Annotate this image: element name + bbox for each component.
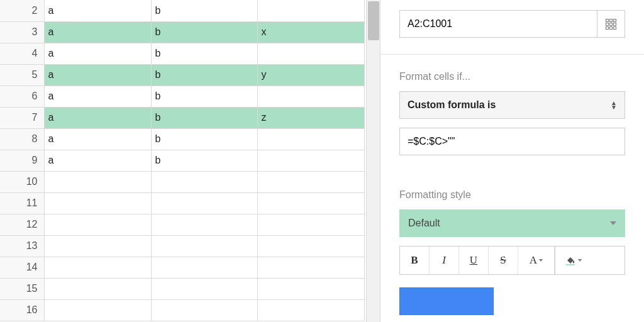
cell[interactable]: b [151,43,257,64]
cell[interactable] [44,278,151,299]
cell[interactable]: b [151,21,257,43]
condition-selected-label: Custom formula is [408,99,496,111]
row-header[interactable]: 14 [0,257,44,278]
cell[interactable]: y [257,64,364,86]
table-row: 14 [0,257,364,278]
cell[interactable]: x [257,21,364,43]
cell[interactable]: a [44,86,151,107]
cell[interactable]: b [151,64,257,86]
row-header[interactable]: 3 [0,21,44,43]
italic-icon: I [442,254,446,267]
row-header[interactable]: 6 [0,86,44,107]
text-color-button[interactable]: A [518,247,555,274]
cell[interactable] [151,214,257,235]
cell[interactable] [44,214,151,235]
row-header[interactable]: 8 [0,128,44,150]
cell[interactable] [151,278,257,299]
cell[interactable]: a [44,0,151,21]
scrollbar-thumb[interactable] [368,1,379,40]
caret-down-icon [578,259,582,262]
row-header[interactable]: 5 [0,64,44,86]
table-row: 4ab [0,43,364,64]
cell[interactable] [44,299,151,321]
row-header[interactable]: 12 [0,214,44,235]
fill-color-button[interactable] [555,247,591,274]
style-preset-select[interactable]: Default [399,209,625,237]
cell[interactable] [151,299,257,321]
cell[interactable]: b [151,0,257,21]
cell[interactable] [151,257,257,278]
select-range-button[interactable] [597,10,625,38]
cell[interactable]: a [44,107,151,128]
cell[interactable] [257,150,364,171]
strikethrough-button[interactable]: S [489,247,518,274]
format-cells-if-label: Format cells if... [399,71,625,82]
conditional-format-panel: Format cells if... Custom formula is ▲▼ … [380,0,644,322]
cell[interactable] [257,192,364,214]
row-header[interactable]: 16 [0,299,44,321]
cell[interactable] [257,86,364,107]
cell[interactable] [257,299,364,321]
cell[interactable] [44,257,151,278]
bold-button[interactable]: B [400,247,430,274]
format-toolbar: B I U S A [399,246,625,275]
cell[interactable] [257,278,364,299]
grid-icon [606,19,616,30]
condition-select[interactable]: Custom formula is ▲▼ [399,91,625,119]
cell[interactable] [257,235,364,257]
cell[interactable] [257,171,364,192]
vertical-scrollbar[interactable] [366,0,380,322]
table-row: 15 [0,278,364,299]
svg-rect-0 [566,264,575,265]
table-row: 11 [0,192,364,214]
apply-range-input[interactable] [399,10,597,38]
strikethrough-icon: S [500,254,506,267]
cell[interactable]: a [44,64,151,86]
cell[interactable]: b [151,150,257,171]
row-header[interactable]: 7 [0,107,44,128]
cell[interactable] [257,43,364,64]
cell[interactable] [151,235,257,257]
row-header[interactable]: 15 [0,278,44,299]
done-button[interactable] [399,287,494,315]
table-row: 16 [0,299,364,321]
cell[interactable]: b [151,128,257,150]
spreadsheet-area: 2ab3abx4ab5aby6ab7abz8ab9ab1011121314151… [0,0,380,322]
cell[interactable]: a [44,21,151,43]
spreadsheet-grid[interactable]: 2ab3abx4ab5aby6ab7abz8ab9ab1011121314151… [0,0,365,321]
cell[interactable] [257,0,364,21]
cell[interactable]: b [151,107,257,128]
style-selected-label: Default [408,218,440,229]
table-row: 12 [0,214,364,235]
row-header[interactable]: 9 [0,150,44,171]
custom-formula-input[interactable] [399,128,625,155]
row-header[interactable]: 10 [0,171,44,192]
cell[interactable] [44,171,151,192]
cell[interactable] [257,257,364,278]
cell[interactable] [257,128,364,150]
caret-down-icon [539,259,543,262]
italic-button[interactable]: I [430,247,459,274]
cell[interactable] [44,192,151,214]
cell[interactable]: b [151,86,257,107]
table-row: 7abz [0,107,364,128]
table-row: 6ab [0,86,364,107]
cell[interactable]: z [257,107,364,128]
cell[interactable]: a [44,43,151,64]
table-row: 2ab [0,0,364,21]
cell[interactable]: a [44,128,151,150]
cell[interactable] [257,214,364,235]
cell[interactable] [44,235,151,257]
row-header[interactable]: 2 [0,0,44,21]
formatting-style-label: Formatting style [399,189,625,201]
cell[interactable] [151,192,257,214]
fill-color-icon [565,255,576,266]
text-color-icon: A [530,254,537,267]
underline-button[interactable]: U [459,247,489,274]
cell[interactable] [151,171,257,192]
row-header[interactable]: 11 [0,192,44,214]
row-header[interactable]: 13 [0,235,44,257]
row-header[interactable]: 4 [0,43,44,64]
cell[interactable]: a [44,150,151,171]
table-row: 3abx [0,21,364,43]
